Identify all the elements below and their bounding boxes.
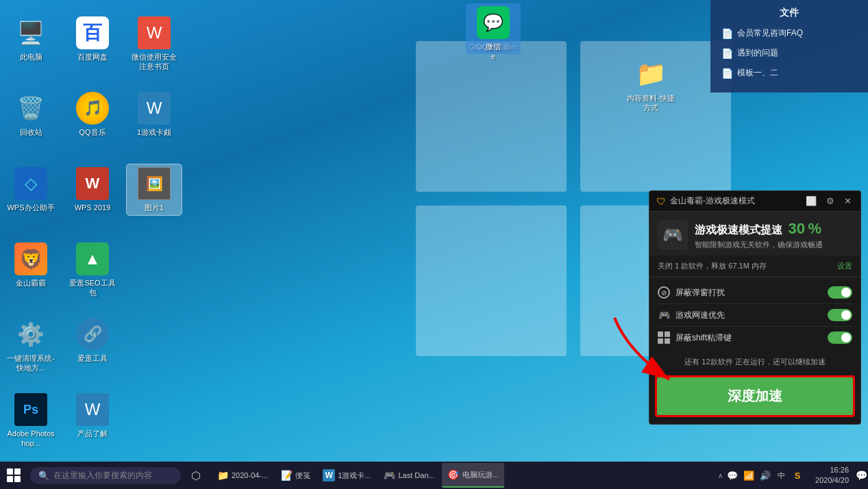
desktop-icon-aitool[interactable]: 🔗 爱逛工具 bbox=[65, 315, 120, 366]
aiseo-label: 爱逛SEO工具包 bbox=[68, 278, 117, 298]
taskbar-app-pcgame[interactable]: 🎯 电脑玩游... bbox=[442, 463, 504, 488]
file-panel-item-template[interactable]: 📄 模板一、二 bbox=[719, 66, 860, 80]
deep-accel-button[interactable]: 深度加速 bbox=[657, 377, 853, 415]
toggle-game-network: 🎮 游戏网速优先 bbox=[658, 304, 852, 327]
computer-icon: 🖥️ bbox=[14, 16, 47, 49]
task-view-button[interactable]: ⬡ bbox=[184, 462, 208, 489]
qqmusic-label: QQ音乐 bbox=[79, 127, 106, 137]
desktop-icon-wps-helper[interactable]: ◇ WPS办公助手 bbox=[3, 164, 58, 215]
folder-taskbar-icon: 📁 bbox=[216, 469, 229, 481]
taskbar-app-lastdan[interactable]: 🎮 Last Dan... bbox=[378, 463, 441, 488]
info-text: 关闭 1 款软件，释放 67.1M 内存 bbox=[658, 261, 767, 271]
desktop-icon-photos[interactable]: 🖼️ 图片1 bbox=[127, 164, 182, 215]
gamecard-taskbar-icon: W bbox=[323, 469, 335, 481]
desktop-icon-ps[interactable]: Ps Adobe Photoshop... bbox=[3, 390, 58, 451]
qqmusic-icon: 🎵 bbox=[76, 92, 109, 125]
popup-footer-text: 还有 12款软件 正在运行，还可以继续加速 bbox=[649, 353, 860, 373]
popup-toggles: ⊘ 屏蔽弹窗打扰 🎮 游戏网速优先 屏蔽shift粘滞键 bbox=[649, 277, 860, 353]
problem-file-icon: 📄 bbox=[721, 48, 733, 59]
wps-helper-icon: ◇ bbox=[14, 167, 47, 200]
toggle-shift-keys-label: 屏蔽shift粘滞键 bbox=[675, 332, 732, 344]
toggle-game-network-left: 🎮 游戏网速优先 bbox=[658, 309, 725, 321]
popup-titlebar: 🛡 金山毒霸-游戏极速模式 ⬜ ⚙ ✕ bbox=[649, 191, 860, 212]
clock-time: 16:26 bbox=[830, 465, 849, 475]
cleanup-icon: ⚙️ bbox=[14, 318, 47, 351]
settings-title-button[interactable]: ⚙ bbox=[824, 196, 836, 206]
tray-network-icon[interactable]: 📶 bbox=[742, 468, 756, 482]
deep-accel-border: 深度加速 bbox=[655, 375, 855, 417]
toggle-shift-keys-switch[interactable] bbox=[828, 331, 852, 344]
popup-title-text: 金山毒霸-游戏极速模式 bbox=[670, 195, 755, 207]
start-button[interactable] bbox=[0, 462, 27, 489]
system-tray: ∧ 💬 📶 🔊 中 S bbox=[712, 462, 810, 489]
notification-button[interactable]: 💬 bbox=[854, 462, 868, 489]
taskbar-app-folder[interactable]: 📁 2020-04-... bbox=[211, 463, 273, 488]
taskbar-app-pcgame-label: 电脑玩游... bbox=[462, 470, 499, 480]
desktop-icon-jinshan[interactable]: 🦁 金山霸霸 bbox=[3, 240, 58, 290]
wps-helper-label: WPS办公助手 bbox=[7, 203, 54, 212]
tray-expand-button[interactable]: ∧ bbox=[718, 472, 723, 479]
toggle-block-popup: ⊘ 屏蔽弹窗打扰 bbox=[658, 281, 852, 304]
tray-volume-icon[interactable]: 🔊 bbox=[758, 468, 772, 482]
desktop-icon-wechat-safe[interactable]: W 微信使用安全注意书页 bbox=[127, 14, 182, 75]
template-file-label: 模板一、二 bbox=[737, 67, 778, 79]
clock-date: 2020/4/20 bbox=[815, 475, 849, 486]
popup-title-left: 🛡 金山毒霸-游戏极速模式 bbox=[656, 195, 755, 207]
desktop-icon-cleanup[interactable]: ⚙️ 一键清理系统-快地方... bbox=[3, 315, 58, 376]
computer-label: 此电脑 bbox=[20, 52, 42, 62]
jinshan-label: 金山霸霸 bbox=[16, 278, 46, 288]
desktop-icon-wechat[interactable]: 💬 微信 bbox=[466, 3, 521, 54]
taskbar-search-bar[interactable]: 🔍 在这里输入你要搜索的内容 bbox=[30, 467, 181, 484]
settings-link[interactable]: 设置 bbox=[837, 261, 852, 271]
aiseo-icon: ▲ bbox=[76, 242, 109, 275]
popup-info-bar: 关闭 1 款软件，释放 67.1M 内存 设置 bbox=[649, 255, 860, 277]
recycle-label: 回收站 bbox=[20, 127, 42, 137]
file-panel-item-faq[interactable]: 📄 会员常见咨询FAQ bbox=[719, 26, 860, 40]
toggle-game-network-switch[interactable] bbox=[828, 309, 852, 321]
block-circle-icon: ⊘ bbox=[658, 286, 670, 299]
toggle-game-network-label: 游戏网速优先 bbox=[675, 310, 725, 321]
desktop-icon-wps2019[interactable]: W WPS 2019 bbox=[65, 164, 120, 215]
taskbar-clock[interactable]: 16:26 2020/4/20 bbox=[810, 465, 854, 486]
wechat-label: 微信 bbox=[486, 42, 501, 51]
desktop-icon-gamecard[interactable]: W 1游戏卡颇 bbox=[127, 89, 182, 140]
taskbar-app-notes[interactable]: 📝 便笺 bbox=[275, 463, 316, 488]
wechat-safe-icon: W bbox=[138, 16, 171, 49]
taskbar-apps: 📁 2020-04-... 📝 便笺 W 1游戏卡... 🎮 Last Dan.… bbox=[208, 463, 712, 488]
baidu-label: 百度网盘 bbox=[77, 52, 108, 62]
notes-taskbar-icon: 📝 bbox=[280, 469, 293, 481]
recycle-icon: 🗑️ bbox=[14, 92, 47, 125]
taskbar-app-folder-label: 2020-04-... bbox=[232, 471, 268, 479]
product-label: 产品了解 bbox=[77, 429, 108, 438]
toggle-block-popup-switch[interactable] bbox=[828, 286, 852, 299]
tray-s-icon[interactable]: S bbox=[791, 468, 804, 482]
toggle-shift-keys-left: 屏蔽shift粘滞键 bbox=[658, 331, 732, 344]
virus-shield-icon: 🛡 bbox=[656, 196, 666, 207]
desktop-icon-product[interactable]: W 产品了解 bbox=[65, 390, 120, 441]
desktop-icon-baidu[interactable]: 百 百度网盘 bbox=[65, 14, 120, 64]
gamecard-icon: W bbox=[138, 92, 171, 125]
taskbar-app-gamecard[interactable]: W 1游戏卡... bbox=[317, 463, 376, 488]
photos-icon: 🖼️ bbox=[138, 167, 171, 200]
desktop-icon-aiseo[interactable]: ▲ 爱逛SEO工具包 bbox=[65, 240, 120, 301]
desktop-icon-content[interactable]: 📁 内容资料-快捷方式 bbox=[623, 55, 678, 116]
lastdan-taskbar-icon: 🎮 bbox=[384, 469, 396, 481]
minimize-button[interactable]: ⬜ bbox=[804, 196, 819, 206]
tray-wechat-icon[interactable]: 💬 bbox=[726, 468, 739, 482]
faq-file-label: 会员常见咨询FAQ bbox=[737, 27, 803, 39]
popup-title-buttons: ⬜ ⚙ ✕ bbox=[804, 196, 854, 206]
file-panel-item-problem[interactable]: 📄 遇到的问题 bbox=[719, 46, 860, 60]
windows-logo-icon bbox=[7, 468, 21, 482]
wechat-safe-label: 微信使用安全注意书页 bbox=[129, 52, 179, 72]
toggle-shift-keys: 屏蔽shift粘滞键 bbox=[658, 327, 852, 349]
search-placeholder-text: 在这里输入你要搜索的内容 bbox=[53, 470, 152, 481]
game-controller-icon: 🎮 bbox=[658, 220, 688, 250]
tray-ime-text[interactable]: 中 bbox=[775, 471, 788, 481]
grid-icon bbox=[658, 331, 670, 344]
ps-icon: Ps bbox=[14, 393, 47, 426]
taskbar: 🔍 在这里输入你要搜索的内容 ⬡ 📁 2020-04-... 📝 便笺 W 1游… bbox=[0, 462, 868, 489]
desktop-icon-qqmusic[interactable]: 🎵 QQ音乐 bbox=[65, 89, 120, 140]
desktop-icon-recycle[interactable]: 🗑️ 回收站 bbox=[3, 89, 58, 140]
close-button[interactable]: ✕ bbox=[842, 196, 854, 206]
desktop-icon-computer[interactable]: 🖥️ 此电脑 bbox=[3, 14, 58, 64]
